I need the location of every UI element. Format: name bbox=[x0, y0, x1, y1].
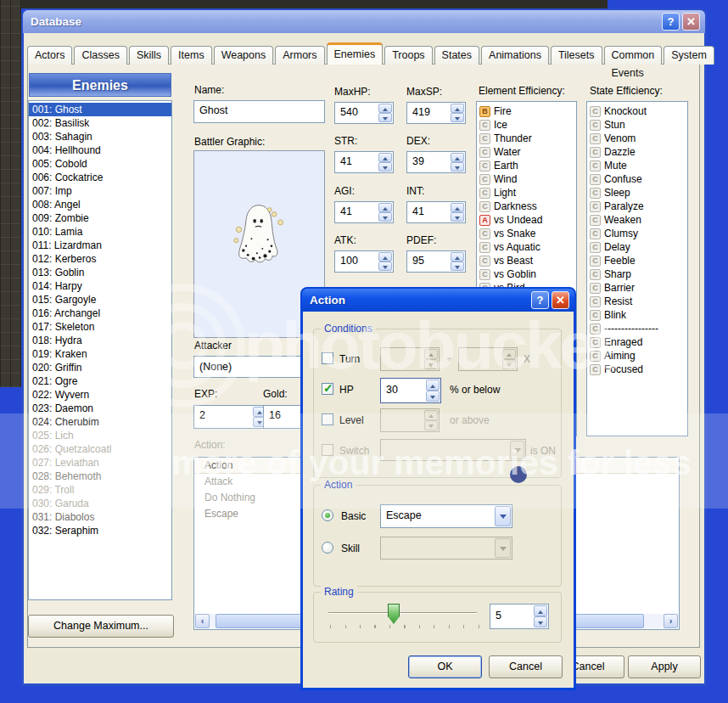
list-item-efficiency[interactable]: C---------------- bbox=[587, 322, 687, 335]
chevron-down-icon[interactable] bbox=[495, 506, 511, 526]
spin-up-icon[interactable] bbox=[534, 605, 547, 616]
list-item-enemy[interactable]: 020: Griffin bbox=[29, 361, 171, 374]
list-item-enemy[interactable]: 031: Diabolos bbox=[29, 510, 171, 524]
tab-armors[interactable]: Armors bbox=[275, 46, 324, 65]
list-item-efficiency[interactable]: CSharp bbox=[587, 267, 687, 281]
list-item-enemy[interactable]: 004: Hellhound bbox=[29, 143, 171, 157]
stat-spinner[interactable]: 39 bbox=[406, 151, 466, 173]
spin-down-icon[interactable] bbox=[378, 113, 392, 122]
list-item-efficiency[interactable]: CKnockout bbox=[587, 104, 687, 118]
help-icon[interactable]: ? bbox=[531, 291, 549, 309]
list-item-efficiency[interactable]: BFire bbox=[477, 104, 576, 118]
spinner-buttons[interactable] bbox=[451, 153, 464, 172]
list-item-enemy[interactable]: 006: Cockatrice bbox=[29, 171, 171, 184]
spin-up-icon[interactable] bbox=[451, 203, 464, 212]
spinner-buttons[interactable] bbox=[534, 605, 547, 627]
tab-common-events[interactable]: Common Events bbox=[604, 46, 663, 65]
spinner-buttons[interactable] bbox=[378, 252, 392, 271]
list-item-enemy[interactable]: 009: Zombie bbox=[29, 211, 171, 225]
spin-down-icon[interactable] bbox=[378, 162, 392, 172]
spin-down-icon[interactable] bbox=[378, 212, 392, 222]
database-titlebar[interactable]: Database ? ✕ bbox=[23, 10, 705, 33]
list-item-enemy[interactable]: 001: Ghost bbox=[29, 103, 171, 116]
list-item-enemy[interactable]: 013: Goblin bbox=[29, 266, 171, 279]
list-item-efficiency[interactable]: Cvs Snake bbox=[477, 227, 576, 240]
scroll-right-icon[interactable]: › bbox=[664, 614, 678, 628]
spinner-buttons[interactable] bbox=[451, 252, 464, 271]
spin-down-icon[interactable] bbox=[451, 162, 464, 172]
spin-up-icon[interactable] bbox=[378, 153, 392, 162]
spin-down-icon[interactable] bbox=[451, 262, 464, 271]
spin-up-icon[interactable] bbox=[451, 104, 464, 113]
list-item-enemy[interactable]: 024: Cherubim bbox=[29, 415, 171, 429]
spin-down-icon[interactable] bbox=[378, 262, 392, 271]
list-item-efficiency[interactable]: CBlink bbox=[587, 308, 687, 322]
rating-slider-track[interactable] bbox=[328, 612, 477, 614]
tab-system[interactable]: System bbox=[664, 46, 714, 65]
skill-radio[interactable] bbox=[322, 542, 333, 554]
spin-down-icon[interactable] bbox=[534, 616, 547, 627]
list-item-enemy[interactable]: 019: Kraken bbox=[29, 347, 171, 361]
list-item-efficiency[interactable]: CWater bbox=[477, 145, 576, 159]
list-item-enemy[interactable]: 010: Lamia bbox=[29, 225, 171, 239]
list-item-efficiency[interactable]: CBarrier bbox=[587, 281, 687, 295]
list-item-efficiency[interactable]: CClumsy bbox=[587, 227, 687, 240]
tab-troops[interactable]: Troops bbox=[384, 46, 432, 65]
tab-skills[interactable]: Skills bbox=[129, 46, 169, 65]
tab-enemies[interactable]: Enemies bbox=[327, 42, 384, 65]
tab-tilesets[interactable]: Tilesets bbox=[551, 46, 602, 65]
spin-up-icon[interactable] bbox=[426, 380, 440, 391]
spin-down-icon[interactable] bbox=[451, 212, 464, 222]
list-item-enemy[interactable]: 022: Wyvern bbox=[29, 388, 171, 402]
tab-actors[interactable]: Actors bbox=[27, 46, 72, 65]
spinner-buttons[interactable] bbox=[378, 203, 392, 222]
list-item-enemy[interactable]: 030: Garuda bbox=[29, 497, 171, 510]
spinner-buttons[interactable] bbox=[378, 104, 392, 122]
list-item-efficiency[interactable]: CThunder bbox=[477, 132, 576, 145]
list-item-enemy[interactable]: 012: Kerberos bbox=[29, 252, 171, 266]
spinner-buttons[interactable] bbox=[451, 104, 464, 122]
list-item-efficiency[interactable]: CDazzle bbox=[587, 145, 687, 159]
action-dialog-titlebar[interactable]: Action ? ✕ bbox=[302, 289, 574, 312]
help-icon[interactable]: ? bbox=[662, 13, 680, 31]
stat-spinner[interactable]: 540 bbox=[334, 102, 394, 124]
change-maximum-button[interactable]: Change Maximum... bbox=[28, 615, 174, 638]
list-item-efficiency[interactable]: CResist bbox=[587, 295, 687, 308]
list-item-enemy[interactable]: 016: Archangel bbox=[29, 307, 171, 320]
list-item-efficiency[interactable]: CEarth bbox=[477, 159, 576, 172]
hp-spinner[interactable]: 30 bbox=[380, 378, 441, 403]
tab-states[interactable]: States bbox=[434, 46, 479, 65]
tab-weapons[interactable]: Weapons bbox=[214, 46, 274, 65]
list-item-enemy[interactable]: 014: Harpy bbox=[29, 279, 171, 293]
list-item-efficiency[interactable]: CConfuse bbox=[587, 172, 687, 186]
list-item-enemy[interactable]: 032: Seraphim bbox=[29, 524, 171, 537]
list-item-enemy[interactable]: 018: Hydra bbox=[29, 334, 171, 347]
list-item-efficiency[interactable]: CWeaken bbox=[587, 213, 687, 227]
list-item-efficiency[interactable]: CStun bbox=[587, 118, 687, 132]
list-item-enemy[interactable]: 007: Imp bbox=[29, 184, 171, 198]
spin-down-icon[interactable] bbox=[451, 113, 464, 122]
tab-items[interactable]: Items bbox=[171, 46, 212, 65]
spinner-buttons[interactable] bbox=[378, 153, 392, 172]
list-item-enemy[interactable]: 015: Gargoyle bbox=[29, 293, 171, 307]
list-item-efficiency[interactable]: CFocused bbox=[587, 363, 687, 376]
list-item-enemy[interactable]: 025: Lich bbox=[29, 429, 171, 442]
list-item-efficiency[interactable]: CWind bbox=[477, 172, 576, 186]
basic-radio[interactable] bbox=[322, 509, 333, 521]
list-item-efficiency[interactable]: CIce bbox=[477, 118, 576, 132]
list-item-efficiency[interactable]: Cvs Goblin bbox=[477, 267, 576, 281]
list-item-efficiency[interactable]: Avs Undead bbox=[477, 213, 576, 227]
tab-animations[interactable]: Animations bbox=[481, 46, 549, 65]
stat-spinner[interactable]: 41 bbox=[334, 201, 394, 223]
spin-up-icon[interactable] bbox=[451, 153, 464, 162]
list-item-efficiency[interactable]: Cvs Aquatic bbox=[477, 240, 576, 254]
list-item-enemy[interactable]: 017: Skeleton bbox=[29, 320, 171, 334]
list-item-enemy[interactable]: 021: Ogre bbox=[29, 374, 171, 388]
list-item-efficiency[interactable]: CLight bbox=[477, 186, 576, 200]
list-item-enemy[interactable]: 002: Basilisk bbox=[29, 116, 171, 130]
hp-checkbox[interactable] bbox=[322, 383, 333, 395]
spinner-buttons[interactable] bbox=[426, 380, 440, 402]
tab-classes[interactable]: Classes bbox=[74, 46, 126, 65]
list-item-enemy[interactable]: 026: Quetzalcoatl bbox=[29, 442, 171, 456]
spin-up-icon[interactable] bbox=[451, 252, 464, 262]
